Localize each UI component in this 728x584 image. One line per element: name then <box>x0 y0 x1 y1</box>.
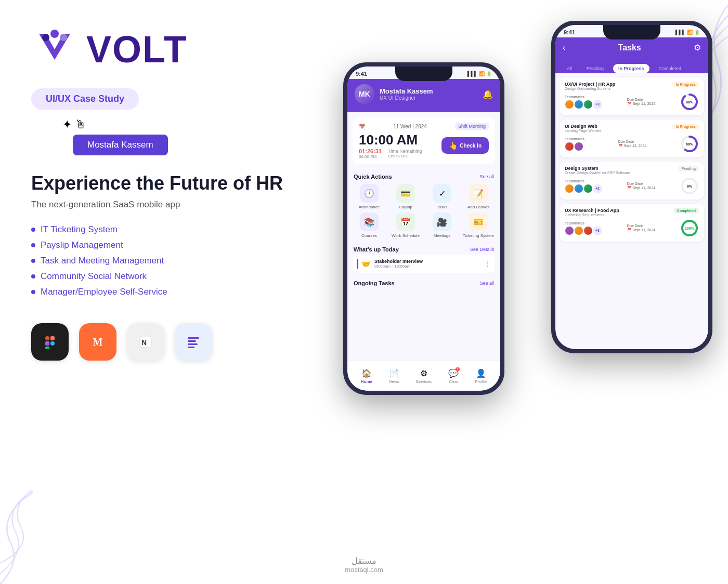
action-attendance[interactable]: 🕐 Attendance <box>353 184 386 209</box>
bottom-nav-1: 🏠 Home 📄 News ⚙ Services 💬 2 Chat � <box>347 361 500 391</box>
task-subtitle-4: Gathering Requirements <box>565 213 674 217</box>
meeting-icon-1: 🤝 <box>361 260 370 268</box>
nav-home[interactable]: 🏠 Home <box>361 368 372 384</box>
task-card-3-header: Design System Create Design System for E… <box>565 166 699 175</box>
checkin-button[interactable]: 👆 Check In <box>441 137 489 154</box>
teammates-label-4: Teammates <box>565 221 602 225</box>
action-leaves[interactable]: 📝 Add Leaves <box>462 184 495 209</box>
task-title-area-4: UX Research | Food App Gathering Require… <box>565 208 674 217</box>
task-card-4[interactable]: UX Research | Food App Gathering Require… <box>560 204 704 242</box>
avatar-2-1 <box>565 142 574 151</box>
task-card-2[interactable]: UI Design Web Landing Page Website In Pr… <box>560 120 704 157</box>
nav-services[interactable]: ⚙ Services <box>415 368 432 384</box>
tasks-header-row: ‹ Tasks ⚙ <box>563 43 701 52</box>
time-area: 10:00 AM 01:26:31 06:00 PM Time Remainin… <box>359 132 422 159</box>
due-value-3: 📅 Sept 11, 2024 <box>627 186 656 190</box>
tab-all[interactable]: All <box>562 64 577 73</box>
task-card-1[interactable]: UX/UI Project | HR App Design Onboarding… <box>560 77 704 115</box>
due-label-3: Due Date <box>627 182 643 185</box>
progress-3: 0% <box>680 177 699 195</box>
tab-pending[interactable]: Pending <box>581 64 609 73</box>
whats-up-header: What's up Today See Details <box>347 242 500 255</box>
tab-in-progress[interactable]: In Progress <box>613 64 649 73</box>
quick-actions-header: Quick Actions See all <box>347 169 500 182</box>
task-card-1-header: UX/UI Project | HR App Design Onboarding… <box>565 82 699 90</box>
progress-2: 60% <box>680 135 699 153</box>
check-out-label: Check Out <box>388 154 422 158</box>
task-meta-3: Teammates +2 Due Date 📅 <box>565 177 699 195</box>
teammates-col-2: Teammates <box>565 137 584 151</box>
task-title-3: Design System <box>565 166 678 171</box>
avatar-1-3 <box>583 100 593 109</box>
task-status-1: In Progress <box>672 82 699 87</box>
action-tasks[interactable]: ✓ Tasks <box>425 184 459 209</box>
svg-rect-12 <box>188 340 196 342</box>
tasks-title: Tasks <box>565 43 694 52</box>
teammates-label-3: Teammates <box>565 179 602 183</box>
see-all-actions[interactable]: See all <box>479 174 494 179</box>
bell-icon[interactable]: 🔔 <box>483 89 493 99</box>
due-label-1: Due Date <box>627 98 643 101</box>
see-details[interactable]: See Details <box>470 247 494 252</box>
tasks-icon-box: ✓ <box>433 184 451 203</box>
countdown-area: 01:26:31 06:00 PM <box>359 148 382 159</box>
purple-header-1: MK Mostafa Kassem UX UI Designer 🔔 <box>347 79 500 112</box>
action-payslip[interactable]: 💳 Payslip <box>389 184 422 209</box>
meetings-icon-box: 🎥 <box>433 213 451 231</box>
task-title-area-2: UI Design Web Landing Page Website <box>565 124 672 132</box>
tasks-label: Tasks <box>437 205 447 209</box>
task-status-4: Completed <box>674 208 699 214</box>
feature-item-2: Payslip Management <box>31 240 291 250</box>
home-icon: 🏠 <box>361 368 372 378</box>
ongoing-tasks-title: Ongoing Tasks <box>354 280 395 286</box>
nav-profile-label: Profile <box>475 379 487 384</box>
svg-rect-11 <box>188 337 199 339</box>
chat-badge: 2 <box>456 367 460 371</box>
ticketing-label: Ticketing System <box>463 233 495 238</box>
due-value-1: 📅 Sept 11, 2024 <box>627 102 656 106</box>
nav-news[interactable]: 📄 News <box>389 368 399 384</box>
svg-rect-14 <box>188 347 194 348</box>
meeting-item-1: 🤝 Stakeholder Interview 09:00am - 10:00a… <box>357 259 491 269</box>
meeting-dots[interactable]: ⋮ <box>485 260 491 268</box>
volt-logo-icon <box>31 26 78 73</box>
action-courses[interactable]: 📚 Courses <box>353 213 386 238</box>
teammates-1: +3 <box>565 100 602 109</box>
task-meta-4: Teammates +3 Due Date 📅 <box>565 219 699 237</box>
bullet-1 <box>31 228 35 232</box>
schedule-icon-box: 📅 <box>396 213 415 231</box>
status-time-2: 9:41 <box>564 29 575 35</box>
nav-chat[interactable]: 💬 2 Chat <box>448 368 459 384</box>
bullet-4 <box>31 274 35 278</box>
task-card-3[interactable]: Design System Create Design System for E… <box>560 162 704 200</box>
svg-rect-7 <box>45 347 49 349</box>
status-icons-1: ▌▌▌ 📶 🔋 <box>467 71 492 76</box>
courses-label: Courses <box>361 233 377 238</box>
status-time-1: 9:41 <box>356 71 367 77</box>
ticketing-icon-box: 🎫 <box>469 213 488 231</box>
watermark: مستقل mostaql.com <box>345 556 383 574</box>
nav-profile[interactable]: 👤 Profile <box>475 368 487 384</box>
task-card-4-header: UX Research | Food App Gathering Require… <box>565 208 699 217</box>
tool-maze: M <box>79 323 116 361</box>
action-meetings[interactable]: 🎥 Meetings <box>425 213 459 238</box>
feature-list: IT Ticketing System Payslip Management T… <box>31 224 291 297</box>
teammates-2 <box>565 142 584 151</box>
filter-icon[interactable]: ⚙ <box>694 43 701 52</box>
tool-figma <box>31 323 69 361</box>
avatar-4-2 <box>574 226 583 235</box>
action-ticketing[interactable]: 🎫 Ticketing System <box>462 213 495 238</box>
teammates-col-3: Teammates +2 <box>565 179 602 193</box>
avatar-1-2 <box>574 100 583 109</box>
wifi-icon-2: 📶 <box>687 30 693 35</box>
progress-text-2: 60% <box>686 142 693 146</box>
calendar-icon-2: 📅 <box>618 144 624 148</box>
feature-item-4: Community Social Network <box>31 271 291 282</box>
see-all-tasks[interactable]: See all <box>479 281 494 286</box>
date-text: 11 Wed | 2024 <box>393 124 427 129</box>
action-schedule[interactable]: 📅 Work Schedule <box>389 213 422 238</box>
due-label-2: Due Date <box>618 140 634 143</box>
tab-completed[interactable]: Completed <box>654 64 687 73</box>
feature-item-1: IT Ticketing System <box>31 224 291 235</box>
progress-text-4: 100% <box>685 227 694 230</box>
